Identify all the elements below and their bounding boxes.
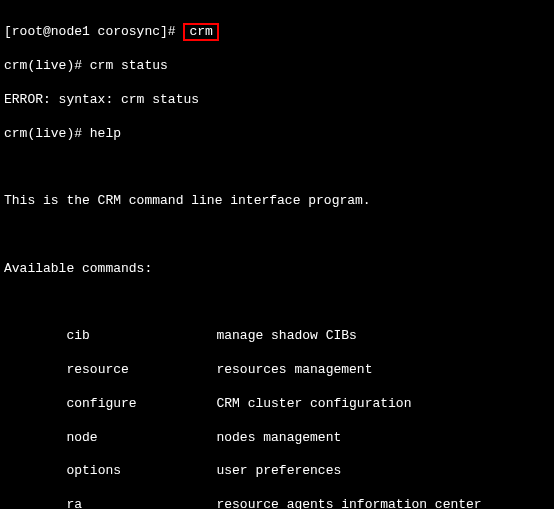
line-help: crm(live)# help	[4, 126, 550, 143]
cmd-row: raresource agents information center	[4, 497, 550, 509]
cmd-desc: nodes management	[216, 430, 341, 445]
terminal-output: [root@node1 corosync]# crm crm(live)# cr…	[0, 0, 554, 509]
cmd-desc: CRM cluster configuration	[216, 396, 411, 411]
cmd-row: configureCRM cluster configuration	[4, 396, 550, 413]
cmd-name: options	[66, 463, 216, 480]
cmd-name: node	[66, 430, 216, 447]
cmd-desc: resource agents information center	[216, 497, 481, 509]
cmd-name: ra	[66, 497, 216, 509]
line-error: ERROR: syntax: crm status	[4, 92, 550, 109]
available-commands-header: Available commands:	[4, 261, 550, 278]
cmd-name: resource	[66, 362, 216, 379]
prompt-root: [root@node1 corosync]#	[4, 24, 183, 39]
highlight-crm: crm	[183, 23, 218, 41]
cmd-row: cibmanage shadow CIBs	[4, 328, 550, 345]
cmd-desc: manage shadow CIBs	[216, 328, 356, 343]
intro-text: This is the CRM command line interface p…	[4, 193, 550, 210]
cmd-name: cib	[66, 328, 216, 345]
line-crm-status: crm(live)# crm status	[4, 58, 550, 75]
cmd-row: nodenodes management	[4, 430, 550, 447]
cmd-row: optionsuser preferences	[4, 463, 550, 480]
cmd-row: resourceresources management	[4, 362, 550, 379]
cmd-name: configure	[66, 396, 216, 413]
cmd-desc: user preferences	[216, 463, 341, 478]
cmd-desc: resources management	[216, 362, 372, 377]
